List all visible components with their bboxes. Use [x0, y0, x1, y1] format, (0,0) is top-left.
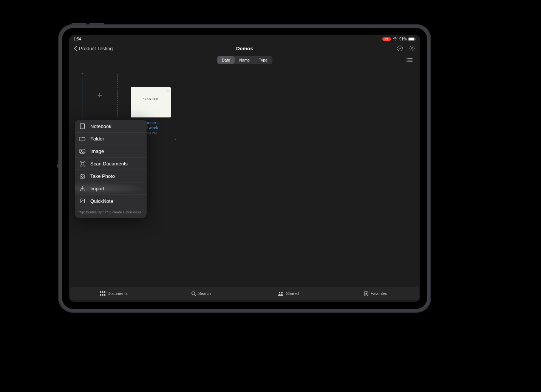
- nav-actions: [397, 45, 416, 52]
- svg-rect-8: [408, 60, 413, 60]
- image-icon: [79, 148, 85, 154]
- svg-rect-2: [415, 39, 416, 40]
- svg-point-7: [407, 60, 407, 60]
- document-thumbnail: ☆ PLANNER ——: [131, 87, 171, 117]
- tab-label: Documents: [108, 291, 128, 296]
- menu-label: Folder: [90, 136, 104, 142]
- create-menu-popover: Notebook Folder Image: [75, 120, 147, 218]
- menu-item-quicknote[interactable]: QuickNote: [75, 195, 147, 207]
- documents-icon: [100, 291, 105, 296]
- search-icon: [191, 291, 196, 296]
- svg-rect-6: [408, 58, 413, 59]
- quicknote-icon: [79, 198, 85, 204]
- scan-icon: [79, 161, 85, 167]
- svg-point-9: [407, 61, 407, 62]
- menu-item-scan[interactable]: Scan Documents: [75, 157, 147, 170]
- shared-icon: [278, 292, 284, 296]
- screen-recording-indicator[interactable]: [382, 37, 391, 41]
- plus-icon: +: [97, 91, 102, 100]
- menu-tip: Tip: Double tap "+" to create a QuickNot…: [75, 207, 147, 218]
- svg-rect-21: [100, 294, 101, 296]
- chevron-left-icon: [74, 46, 77, 51]
- new-document-tile[interactable]: +: [82, 73, 117, 118]
- tab-favorites[interactable]: Favorites: [332, 287, 419, 300]
- hw-volume-down: [89, 23, 104, 25]
- menu-item-folder[interactable]: Folder: [75, 133, 147, 145]
- tab-search[interactable]: Search: [157, 287, 244, 300]
- tab-label: Favorites: [371, 291, 387, 296]
- tab-shared[interactable]: Shared: [245, 287, 332, 300]
- chevron-down-icon[interactable]: ⌄: [174, 136, 177, 140]
- status-time: 1:54: [74, 37, 81, 41]
- svg-rect-1: [409, 38, 414, 40]
- menu-item-import[interactable]: Import: [75, 182, 147, 195]
- page-title: Demos: [236, 46, 253, 51]
- menu-label: Import: [90, 186, 104, 191]
- menu-label: Image: [90, 148, 104, 154]
- thumbnail-label: PLANNER: [143, 98, 159, 100]
- import-icon: [79, 185, 85, 191]
- camera-icon: [79, 173, 85, 179]
- svg-point-16: [82, 176, 83, 177]
- hw-side-button: [57, 164, 59, 168]
- hw-volume-up: [71, 23, 87, 25]
- menu-label: Take Photo: [90, 173, 115, 179]
- checkmark-circle-icon: [397, 45, 403, 52]
- tab-label: Search: [198, 291, 211, 296]
- status-bar: 1:54 91%: [69, 35, 420, 43]
- view-toggle-button[interactable]: [407, 58, 413, 62]
- sort-row: Date Name Type: [69, 55, 420, 65]
- battery-indicator: 91%: [399, 37, 416, 41]
- sort-segmented-control: Date Name Type: [217, 56, 272, 64]
- svg-rect-19: [102, 291, 103, 293]
- svg-rect-22: [102, 294, 103, 296]
- menu-item-image[interactable]: Image: [75, 145, 147, 157]
- back-label: Product Testing: [79, 46, 113, 51]
- menu-item-notebook[interactable]: Notebook: [75, 120, 147, 133]
- tab-bar: Documents Search Shared: [70, 287, 419, 300]
- thumbnail-subtext: ——: [149, 113, 152, 114]
- wifi-icon: [393, 37, 397, 41]
- svg-rect-15: [81, 162, 84, 165]
- svg-rect-20: [104, 291, 105, 293]
- list-icon: [407, 58, 413, 62]
- tab-documents[interactable]: Documents: [70, 287, 157, 300]
- menu-label: Notebook: [90, 123, 111, 129]
- svg-rect-23: [104, 294, 105, 296]
- record-icon: [385, 38, 388, 40]
- tab-label: Shared: [286, 291, 299, 296]
- screen: 1:54 91%: [69, 35, 420, 302]
- svg-point-4: [411, 48, 413, 49]
- svg-rect-10: [408, 62, 413, 62]
- svg-point-14: [81, 150, 82, 151]
- folder-icon: [79, 136, 85, 142]
- svg-point-26: [279, 292, 280, 293]
- gear-icon: [409, 45, 416, 52]
- status-right: 91%: [382, 37, 416, 41]
- svg-point-3: [397, 46, 403, 51]
- segment-date[interactable]: Date: [217, 56, 235, 64]
- ipad-bezel: 1:54 91%: [62, 28, 427, 309]
- notebook-icon: [79, 123, 85, 129]
- segment-type[interactable]: Type: [254, 56, 272, 64]
- back-button[interactable]: Product Testing: [74, 46, 113, 51]
- segment-name[interactable]: Name: [235, 56, 254, 64]
- nav-bar: Product Testing Demos: [69, 43, 420, 54]
- favorite-star-icon[interactable]: ☆: [166, 89, 169, 93]
- menu-item-photo[interactable]: Take Photo: [75, 170, 147, 182]
- svg-rect-18: [100, 291, 101, 293]
- svg-line-25: [194, 294, 196, 296]
- menu-label: Scan Documents: [90, 161, 128, 167]
- select-button[interactable]: [397, 45, 403, 52]
- ipad-frame: 1:54 91%: [58, 24, 431, 313]
- svg-point-27: [281, 292, 283, 293]
- menu-label: QuickNote: [90, 198, 113, 204]
- battery-icon: [408, 37, 416, 41]
- svg-point-5: [407, 58, 407, 59]
- favorites-icon: [364, 291, 368, 296]
- settings-button[interactable]: [409, 45, 416, 52]
- battery-percent: 91%: [399, 37, 407, 41]
